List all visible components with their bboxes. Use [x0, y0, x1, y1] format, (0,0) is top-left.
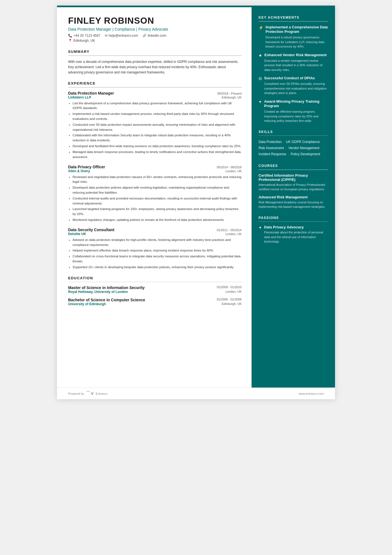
skill-1: Data Protection	[259, 140, 282, 144]
linkedin-item: 🔗 linkedin.com	[142, 34, 166, 38]
skill-dot-2: ·	[321, 140, 322, 144]
edu-header-2: Bachelor of Science in Computer Science …	[68, 298, 242, 302]
brand-name: Enhancv	[96, 392, 108, 395]
bullet: Reviewed and negotiated data protection …	[73, 175, 242, 185]
course-desc-1: International Association of Privacy Pro…	[259, 182, 328, 192]
location-line: 📍 Edinburgh, UK	[68, 39, 242, 43]
bullet: Helped implement effective data breach r…	[73, 248, 242, 253]
email-icon: ✉	[105, 34, 108, 38]
achievement-content-1: Implemented a Comprehensive Data Protect…	[266, 25, 328, 49]
achievement-item-2: ★ Enhanced Vendor Risk Management Execut…	[259, 53, 328, 72]
job-header-1: Data Protection Manager 09/2018 - Presen…	[68, 91, 242, 95]
edu-item-2: Bachelor of Science in Computer Science …	[68, 298, 242, 306]
job-bullets-1: Led the development of a comprehensive d…	[68, 101, 242, 160]
link-icon: 🔗	[142, 34, 147, 38]
location-icon: 📍	[68, 39, 72, 43]
edu-header-1: Master of Science in Information Securit…	[68, 285, 242, 290]
course-item-1: Certified Information Privacy Profession…	[259, 173, 328, 192]
achievement-title-4: Award-Winning Privacy Training Program	[264, 99, 328, 109]
achievement-title-3: Successful Conduct of DPIAs	[264, 76, 328, 81]
passion-desc-1: Passionate about the protection of perso…	[264, 230, 328, 244]
passion-icon-1: ✦	[259, 225, 262, 244]
bullet: Developed data protection policies align…	[73, 185, 242, 195]
edu-location-1: London, UK	[225, 290, 242, 294]
courses-divider	[259, 169, 328, 170]
summary-section: SUMMARY With over a decade of comprehens…	[68, 50, 242, 75]
achievement-desc-2: Executed a vendor management review proc…	[264, 58, 328, 72]
education-section: EDUCATION Master of Science in Informati…	[68, 276, 242, 306]
phone-item: 📞 +44 20 7123 4567	[68, 34, 100, 38]
achievement-icon-3: ⊟	[259, 76, 262, 95]
job-dates-3: 01/2011 - 05/2014	[217, 228, 242, 232]
footer-brand: Powered by ⌒∨ Enhancv	[68, 391, 108, 396]
location-text: Edinburgh, UK	[73, 39, 95, 43]
footer-website: www.enhancv.com	[299, 392, 324, 395]
job-header-2: Data Privacy Officer 05/2014 - 09/2018	[68, 165, 242, 169]
page-footer: Powered by ⌒∨ Enhancv www.enhancv.com	[57, 388, 335, 399]
passion-item-1: ✦ Data Privacy Advocacy Passionate about…	[259, 225, 328, 244]
skills-list: Data Protection · UK GDPR Compliance · R…	[259, 139, 328, 157]
skill-dot-3: ·	[285, 146, 287, 150]
skill-2: UK GDPR Compliance	[286, 140, 320, 144]
email-address: help@enhancv.com	[109, 34, 138, 38]
passion-content-1: Data Privacy Advocacy Passionate about t…	[264, 225, 328, 244]
bullet: Implemented a risk-based vendor manageme…	[73, 112, 242, 122]
powered-by-label: Powered by	[68, 392, 84, 395]
bullet: Collaborated on cross-functional teams t…	[73, 254, 242, 264]
experience-divider	[68, 87, 242, 88]
job-dates-2: 05/2014 - 09/2018	[217, 166, 242, 169]
achievements-divider	[259, 21, 328, 22]
job-location-3: London, UK	[225, 232, 242, 236]
right-sidebar: KEY ACHIEVEMENTS ⚡ Implemented a Compreh…	[252, 7, 335, 388]
passion-title-1: Data Privacy Advocacy	[264, 225, 328, 229]
course-desc-2: Risk Management Academy course focusing …	[259, 200, 328, 209]
skill-dot-1: ·	[282, 140, 285, 144]
achievement-title-2: Enhanced Vendor Risk Management	[264, 53, 328, 58]
achievement-content-3: Successful Conduct of DPIAs Completed ov…	[264, 76, 328, 95]
achievement-content-2: Enhanced Vendor Risk Management Executed…	[264, 53, 328, 72]
achievement-icon-1: ⚡	[259, 25, 263, 49]
skills-divider	[259, 135, 328, 136]
job-header-3: Data Security Consultant 01/2011 - 05/20…	[68, 228, 242, 232]
courses-title: COURSES	[259, 164, 328, 168]
skill-dot-5: ·	[287, 152, 290, 156]
experience-title: EXPERIENCE	[68, 81, 242, 85]
job-company-3: Deloitte UK	[68, 232, 86, 236]
courses-section: COURSES Certified Information Privacy Pr…	[259, 164, 328, 209]
achievement-item-3: ⊟ Successful Conduct of DPIAs Completed …	[259, 76, 328, 95]
bullet: Advised on data protection strategies fo…	[73, 238, 242, 248]
job-bullets-3: Advised on data protection strategies fo…	[68, 238, 242, 270]
job-subheader-3: Deloitte UK London, UK	[68, 232, 242, 236]
edu-dates-1: 01/2009 - 01/2010	[217, 285, 242, 290]
enhancv-logo-icon: ⌒∨	[86, 391, 94, 396]
linkedin-url: linkedin.com	[148, 34, 166, 38]
education-divider	[68, 282, 242, 282]
skills-title: SKILLS	[259, 130, 328, 134]
job-item-1: Data Protection Manager 09/2018 - Presen…	[68, 91, 242, 160]
job-dates-1: 09/2018 - Present	[217, 92, 242, 95]
bullet: Conducted internal audits and provided n…	[73, 196, 242, 206]
edu-dates-2: 01/2005 - 01/2009	[217, 298, 242, 302]
job-company-2: Allen & Overy	[68, 169, 90, 173]
course-item-2: Advanced Risk Management Risk Management…	[259, 195, 328, 209]
edu-degree-1: Master of Science in Information Securit…	[68, 285, 145, 290]
job-location-1: Edinburgh, UK	[222, 96, 242, 99]
summary-text: With over a decade of comprehensive data…	[68, 59, 242, 75]
edu-location-2: Edinburgh, UK	[222, 302, 242, 306]
achievement-desc-1: Developed a robust privacy governance fr…	[266, 35, 328, 49]
job-bullets-2: Reviewed and negotiated data protection …	[68, 175, 242, 223]
job-company-1: Linklaters LLP	[68, 95, 91, 99]
resume-page: FINLEY ROBINSON Data Protection Manager …	[57, 6, 335, 399]
skills-section: SKILLS Data Protection · UK GDPR Complia…	[259, 130, 328, 157]
skill-4: Vendor Management	[288, 146, 319, 150]
job-title-1: Data Protection Manager	[68, 91, 114, 95]
candidate-title: Data Protection Manager | Compliance | P…	[68, 27, 242, 31]
summary-divider	[68, 55, 242, 56]
achievements-section: KEY ACHIEVEMENTS ⚡ Implemented a Compreh…	[259, 16, 328, 123]
achievement-desc-3: Completed over 50 DPIAs annually, ensuri…	[264, 82, 328, 95]
bullet: Managed data breach response processes, …	[73, 150, 242, 160]
achievements-title: KEY ACHIEVEMENTS	[259, 16, 328, 19]
content-area: FINLEY ROBINSON Data Protection Manager …	[57, 7, 335, 388]
achievement-content-4: Award-Winning Privacy Training Program C…	[264, 99, 328, 123]
edu-degree-2: Bachelor of Science in Computer Science	[68, 298, 145, 302]
